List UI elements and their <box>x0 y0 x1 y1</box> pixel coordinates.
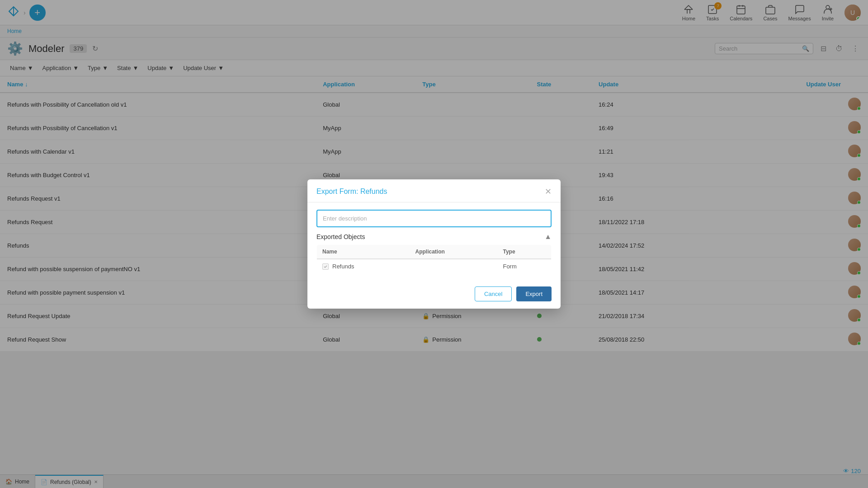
section-title: Exported Objects <box>316 233 365 240</box>
chevron-up-icon: ▲ <box>544 233 552 241</box>
modal-body: Exported Objects ▲ Name Application Type <box>307 202 561 281</box>
exported-item-application <box>410 259 498 274</box>
row-checkbox[interactable] <box>322 263 329 270</box>
exported-table-header: Name Application Type <box>317 245 552 259</box>
description-input[interactable] <box>316 210 552 227</box>
exported-item-name: Refunds <box>332 263 354 270</box>
modal-footer: Cancel Export <box>307 281 561 309</box>
export-modal: Export Form: Refunds ✕ Exported Objects … <box>307 179 561 309</box>
exported-table-row: Refunds Form <box>317 259 552 274</box>
exported-objects-section-header[interactable]: Exported Objects ▲ <box>316 227 552 244</box>
export-button[interactable]: Export <box>516 286 552 301</box>
exp-col-type: Type <box>497 245 551 259</box>
modal-close-button[interactable]: ✕ <box>545 187 552 197</box>
exported-item-type: Form <box>497 259 551 274</box>
modal-title: Export Form: Refunds <box>316 188 387 196</box>
modal-header: Export Form: Refunds ✕ <box>307 179 561 202</box>
modal-overlay: Export Form: Refunds ✕ Exported Objects … <box>0 0 868 488</box>
exported-objects-table: Name Application Type Refunds <box>316 244 552 274</box>
exp-col-application: Application <box>410 245 498 259</box>
exp-col-name: Name <box>317 245 410 259</box>
cancel-button[interactable]: Cancel <box>475 286 512 301</box>
